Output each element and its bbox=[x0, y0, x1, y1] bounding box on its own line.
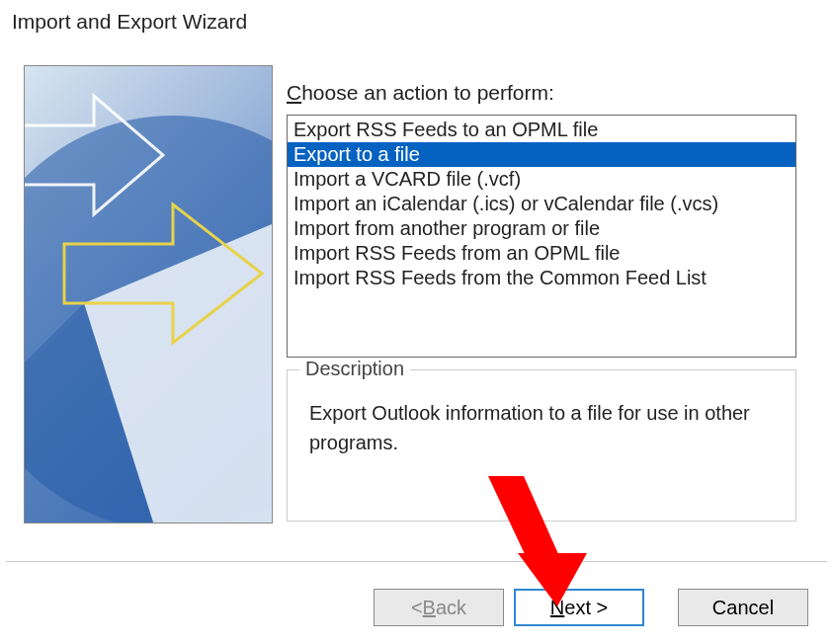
action-item[interactable]: Import a VCARD file (.vcf) bbox=[288, 167, 795, 192]
description-group: Description Export Outlook information t… bbox=[287, 369, 796, 522]
back-button: < Back bbox=[374, 589, 504, 626]
action-item[interactable]: Export to a file bbox=[288, 142, 795, 167]
action-item[interactable]: Import an iCalendar (.ics) or vCalendar … bbox=[288, 192, 795, 216]
action-label: Choose an action to perform: bbox=[287, 81, 554, 105]
next-button[interactable]: Next > bbox=[514, 589, 644, 626]
divider bbox=[6, 561, 827, 563]
action-item[interactable]: Import from another program or file bbox=[288, 216, 795, 241]
description-text: Export Outlook information to a file for… bbox=[309, 398, 774, 457]
description-legend: Description bbox=[299, 358, 410, 380]
cancel-button[interactable]: Cancel bbox=[678, 589, 808, 626]
action-item[interactable]: Export RSS Feeds to an OPML file bbox=[288, 118, 795, 142]
wizard-image bbox=[24, 65, 273, 523]
action-list[interactable]: Export RSS Feeds to an OPML fileExport t… bbox=[287, 115, 796, 358]
action-item[interactable]: Import RSS Feeds from the Common Feed Li… bbox=[288, 266, 795, 290]
wizard-title: Import and Export Wizard bbox=[12, 10, 247, 34]
action-item[interactable]: Import RSS Feeds from an OPML file bbox=[288, 241, 795, 266]
